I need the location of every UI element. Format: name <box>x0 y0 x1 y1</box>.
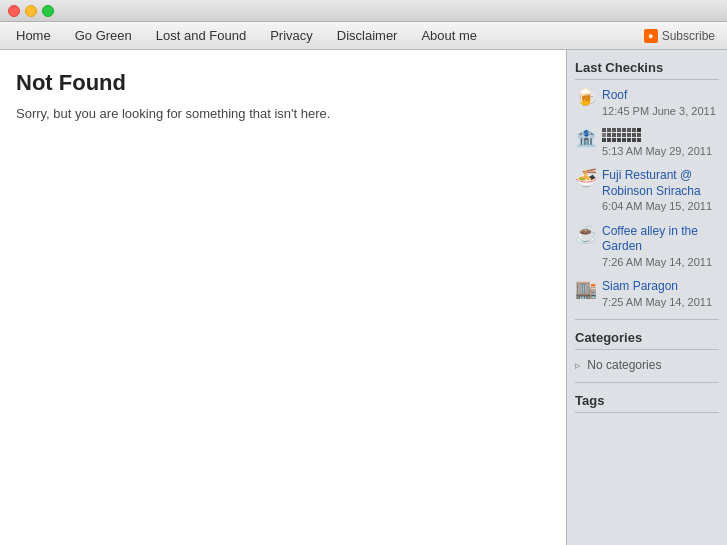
checkin-time: 7:25 AM May 14, 2011 <box>602 295 712 309</box>
checkin-time: 6:04 AM May 15, 2011 <box>602 199 719 213</box>
page-title: Not Found <box>16 70 550 96</box>
checkin-icon: 🍜 <box>575 169 597 187</box>
main-layout: Not Found Sorry, but you are looking for… <box>0 50 727 545</box>
category-arrow-icon: ▹ <box>575 359 581 371</box>
titlebar <box>0 0 727 22</box>
checkin-item: 🏬 Siam Paragon 7:25 AM May 14, 2011 <box>575 279 719 309</box>
subscribe-label: Subscribe <box>662 29 715 43</box>
checkin-item: 🍺 Roof 12:45 PM June 3, 2011 <box>575 88 719 118</box>
nav-item-privacy[interactable]: Privacy <box>258 24 325 47</box>
nav-item-about-me[interactable]: About me <box>409 24 489 47</box>
minimize-button[interactable] <box>25 5 37 17</box>
pixel-image <box>602 128 712 142</box>
no-categories-text: No categories <box>587 358 661 372</box>
categories-section-title: Categories <box>575 330 719 350</box>
page-description: Sorry, but you are looking for something… <box>16 106 550 121</box>
checkins-section-title: Last Checkins <box>575 60 719 80</box>
checkin-time: 12:45 PM June 3, 2011 <box>602 104 716 118</box>
checkin-icon: 🏦 <box>575 129 597 147</box>
nav-item-go-green[interactable]: Go Green <box>63 24 144 47</box>
checkin-icon: ☕ <box>575 225 597 243</box>
checkin-item: 🏦 <box>575 128 719 158</box>
rss-icon: ● <box>644 29 658 43</box>
checkin-item: ☕ Coffee alley in the Garden 7:26 AM May… <box>575 224 719 269</box>
nav-item-home[interactable]: Home <box>4 24 63 47</box>
checkin-icon: 🏬 <box>575 280 597 298</box>
tags-section-title: Tags <box>575 393 719 413</box>
checkin-name[interactable]: Siam Paragon <box>602 279 712 295</box>
content-area: Not Found Sorry, but you are looking for… <box>0 50 567 545</box>
nav-item-disclaimer[interactable]: Disclaimer <box>325 24 410 47</box>
checkin-name[interactable]: Coffee alley in the Garden <box>602 224 719 255</box>
checkin-name[interactable]: Fuji Resturant @ Robinson Sriracha <box>602 168 719 199</box>
nav-items: Home Go Green Lost and Found Privacy Dis… <box>4 24 636 47</box>
checkin-time: 5:13 AM May 29, 2011 <box>602 144 712 158</box>
checkin-name[interactable]: Roof <box>602 88 716 104</box>
checkin-item: 🍜 Fuji Resturant @ Robinson Sriracha 6:0… <box>575 168 719 213</box>
no-categories-label: ▹ No categories <box>575 358 719 372</box>
section-divider <box>575 319 719 320</box>
maximize-button[interactable] <box>42 5 54 17</box>
subscribe-area[interactable]: ● Subscribe <box>636 29 723 43</box>
close-button[interactable] <box>8 5 20 17</box>
section-divider <box>575 382 719 383</box>
nav-item-lost-and-found[interactable]: Lost and Found <box>144 24 258 47</box>
sidebar: Last Checkins 🍺 Roof 12:45 PM June 3, 20… <box>567 50 727 545</box>
checkin-time: 7:26 AM May 14, 2011 <box>602 255 719 269</box>
checkin-icon: 🍺 <box>575 89 597 107</box>
navbar: Home Go Green Lost and Found Privacy Dis… <box>0 22 727 50</box>
window-controls[interactable] <box>8 5 54 17</box>
